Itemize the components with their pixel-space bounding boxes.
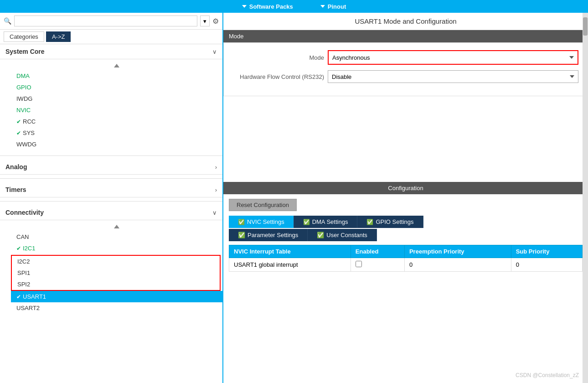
i2c1-label: I2C1: [23, 245, 35, 252]
hw-flow-select[interactable]: Disable: [328, 70, 578, 83]
chevron-right-icon-timers: ›: [215, 186, 217, 193]
nav-item-dma[interactable]: DMA: [11, 70, 222, 82]
top-bar: Software Packs Pinout: [0, 0, 588, 13]
nvic-settings-label: NVIC Settings: [247, 218, 284, 225]
config-header: Configuration: [223, 182, 588, 194]
col-interrupt-table: NVIC Interrupt Table: [229, 245, 351, 258]
check-icon-user-tab: ✅: [317, 232, 324, 238]
mode-form: Mode Asynchronous Hardware Flow Control …: [223, 42, 588, 96]
i2c2-label: I2C2: [17, 258, 30, 265]
config-body: Reset Configuration ✅ NVIC Settings ✅ DM…: [223, 194, 588, 276]
tab-az[interactable]: A->Z: [46, 31, 71, 42]
dma-label: DMA: [16, 72, 30, 79]
section-title-analog: Analog: [5, 163, 27, 171]
section-items-connectivity: CAN ✔ I2C1 I2C2 SPI1 SPI2: [0, 220, 222, 316]
pinout-item[interactable]: Pinout: [320, 3, 346, 10]
col-sub-priority: Sub Priority: [511, 245, 582, 258]
nav-item-nvic[interactable]: NVIC: [11, 104, 222, 116]
chevron-down-icon-system-core: ∨: [212, 48, 217, 55]
nav-item-gpio[interactable]: GPIO: [11, 82, 222, 93]
parameter-settings-label: Parameter Settings: [248, 232, 298, 238]
tab-dma-settings[interactable]: ✅ DMA Settings: [294, 216, 358, 228]
right-panel: USART1 Mode and Configuration Mode Mode …: [223, 13, 588, 383]
software-packs-label: Software Packs: [249, 3, 293, 10]
chevron-down-icon: [242, 5, 247, 8]
search-input[interactable]: [14, 16, 197, 26]
nav-item-spi2[interactable]: SPI2: [12, 279, 220, 290]
divider-2: [0, 178, 222, 179]
check-icon-nvic-tab: ✅: [238, 219, 245, 225]
can-label: CAN: [16, 233, 29, 240]
divider-1: [0, 155, 222, 156]
nav-item-i2c1[interactable]: ✔ I2C1: [11, 243, 222, 254]
section-header-connectivity[interactable]: Connectivity ∨: [0, 205, 222, 220]
search-dropdown-btn[interactable]: ▾: [200, 16, 210, 26]
config-tabs-row1: ✅ NVIC Settings ✅ DMA Settings ✅ GPIO Se…: [229, 216, 583, 228]
nvic-table: NVIC Interrupt Table Enabled Preemption …: [229, 245, 583, 272]
mode-section-header: Mode: [223, 30, 588, 42]
mode-select[interactable]: Asynchronous: [329, 51, 578, 64]
section-items-system-core: DMA GPIO IWDG NVIC ✔ RCC ✔ SYS: [0, 59, 222, 152]
enabled-checkbox[interactable]: [356, 261, 362, 267]
check-icon-dma-tab: ✅: [303, 219, 310, 225]
check-icon-gpio-tab: ✅: [366, 219, 373, 225]
software-packs-item[interactable]: Software Packs: [242, 3, 293, 10]
nvic-label: NVIC: [16, 107, 31, 114]
section-title-timers: Timers: [5, 186, 26, 193]
nav-item-wwdg[interactable]: WWDG: [11, 139, 222, 150]
config-tabs-row2: ✅ Parameter Settings ✅ User Constants: [229, 229, 583, 241]
sys-label: SYS: [23, 129, 35, 136]
check-icon-i2c1: ✔: [16, 245, 21, 252]
scrollbar-thumb: [583, 17, 588, 36]
spi2-label: SPI2: [17, 281, 30, 288]
check-icon-usart1: ✔: [16, 294, 21, 300]
search-icon: 🔍: [4, 17, 11, 25]
chevron-down-icon-connectivity: ∨: [212, 209, 217, 216]
col-preemption-priority: Preemption Priority: [404, 245, 511, 258]
section-header-timers[interactable]: Timers ›: [0, 182, 222, 197]
sidebar-search-row: 🔍 ▾ ⚙: [0, 13, 222, 30]
reset-configuration-button[interactable]: Reset Configuration: [229, 199, 297, 211]
section-title-system-core: System Core: [5, 48, 45, 55]
sub-priority-value: 0: [511, 258, 582, 272]
sidebar-content: System Core ∨ DMA GPIO IWDG NVIC ✔: [0, 44, 222, 383]
hw-flow-label: Hardware Flow Control (RS232): [233, 73, 324, 80]
tab-nvic-settings[interactable]: ✅ NVIC Settings: [229, 216, 294, 228]
iwdg-label: IWDG: [16, 95, 32, 102]
hw-flow-row: Hardware Flow Control (RS232) Disable: [233, 70, 578, 83]
usart2-label: USART2: [16, 305, 40, 311]
chevron-down-icon-2: [320, 5, 325, 8]
nav-item-iwdg[interactable]: IWDG: [11, 93, 222, 104]
usart1-label: USART1: [23, 293, 46, 300]
user-constants-label: User Constants: [326, 232, 367, 238]
gear-icon[interactable]: ⚙: [212, 17, 219, 26]
pinout-label: Pinout: [328, 3, 346, 10]
config-section: Configuration Reset Configuration ✅ NVIC…: [223, 182, 588, 276]
nav-item-spi1[interactable]: SPI1: [12, 267, 220, 279]
section-header-system-core[interactable]: System Core ∨: [0, 44, 222, 59]
nav-item-can[interactable]: CAN: [11, 231, 222, 243]
enabled-checkbox-cell: [351, 258, 404, 272]
tab-categories[interactable]: Categories: [4, 31, 44, 42]
tab-parameter-settings[interactable]: ✅ Parameter Settings: [229, 229, 308, 241]
section-header-analog[interactable]: Analog ›: [0, 160, 222, 175]
right-scrollbar[interactable]: [583, 13, 588, 383]
divider-3: [0, 201, 222, 202]
mode-select-wrapper: Asynchronous: [328, 50, 578, 65]
nav-item-usart2[interactable]: USART2: [11, 302, 222, 314]
nav-item-rcc[interactable]: ✔ RCC: [11, 116, 222, 127]
watermark: CSDN @Constellation_zZ: [516, 372, 579, 378]
mode-section-label: Mode: [229, 33, 244, 40]
nav-item-i2c2[interactable]: I2C2: [12, 256, 220, 267]
gpio-settings-label: GPIO Settings: [376, 218, 413, 225]
main-layout: 🔍 ▾ ⚙ Categories A->Z System Core ∨ DMA: [0, 13, 588, 383]
nav-item-sys[interactable]: ✔ SYS: [11, 127, 222, 139]
scroll-up-arrow: [11, 61, 222, 70]
col-enabled: Enabled: [351, 245, 404, 258]
nav-item-usart1[interactable]: ✔ USART1: [11, 291, 222, 302]
preemption-priority-value: 0: [404, 258, 511, 272]
spi1-label: SPI1: [17, 269, 30, 276]
mode-label: Mode: [233, 54, 324, 61]
tab-gpio-settings[interactable]: ✅ GPIO Settings: [357, 216, 423, 228]
tab-user-constants[interactable]: ✅ User Constants: [308, 229, 377, 241]
